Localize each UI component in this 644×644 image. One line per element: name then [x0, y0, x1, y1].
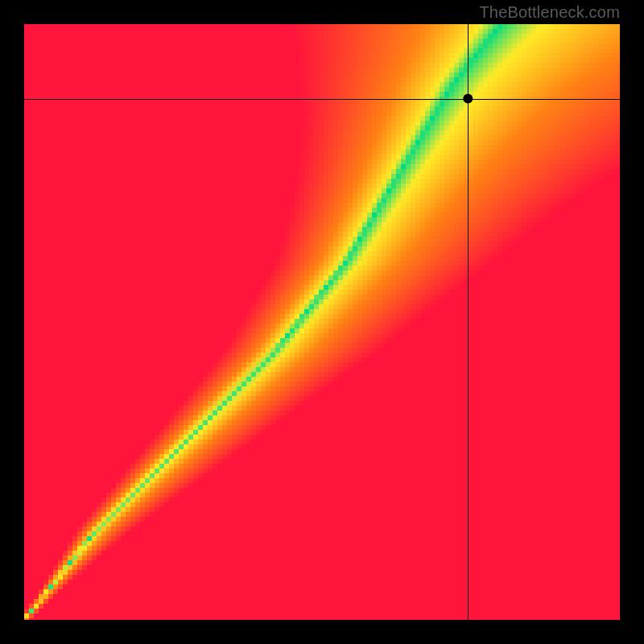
watermark-text: TheBottleneck.com: [479, 3, 620, 22]
bottleneck-heatmap: [24, 24, 620, 620]
heatmap-canvas: [24, 24, 620, 620]
